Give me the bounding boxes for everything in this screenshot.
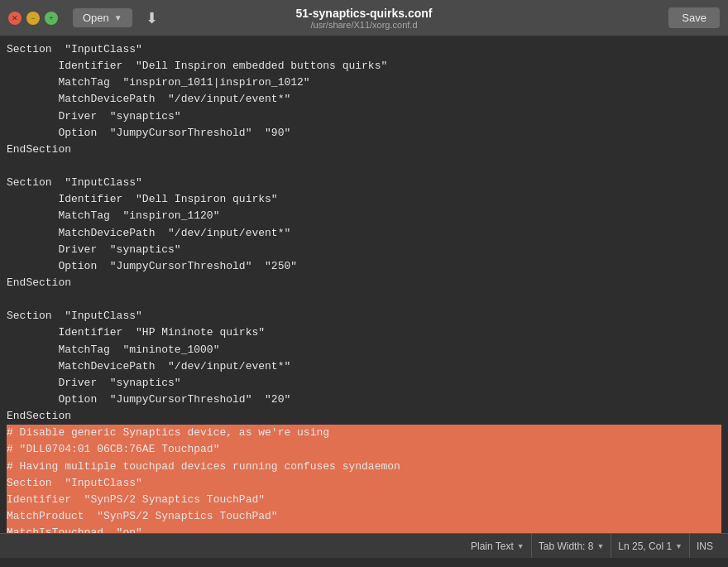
- editor-line: Identifier "Dell Inspiron embedded butto…: [7, 58, 721, 74]
- titlebar-left: ✕ − + Open ▼ ⬇: [8, 6, 165, 31]
- editor-line: Driver "synaptics": [7, 108, 721, 125]
- open-button[interactable]: Open ▼: [73, 8, 132, 27]
- editor-line: MatchDevicePath "/dev/input/event*": [7, 358, 721, 375]
- editor-line: Option "JumpyCursorThreshold" "20": [7, 392, 721, 408]
- editor-line: # "DLL0704:01 06CB:76AE Touchpad": [7, 441, 721, 458]
- position-chevron-icon: ▼: [675, 542, 682, 550]
- editor-line: Section "InputClass": [7, 41, 721, 58]
- editor-line: # Having multiple touchpad devices runni…: [7, 459, 721, 475]
- editor-line: [7, 291, 721, 308]
- editor-line: Section "InputClass": [7, 475, 721, 492]
- tab-width-chevron-icon: ▼: [596, 542, 604, 550]
- tab-width-selector[interactable]: Tab Width: 8 ▼: [532, 534, 612, 558]
- editor-line: MatchDevicePath "/dev/input/event*": [7, 225, 721, 242]
- ins-indicator: INS: [690, 534, 720, 558]
- plain-text-label: Plain Text: [471, 541, 514, 552]
- editor-line: EndSection: [7, 408, 721, 425]
- editor-line: Section "InputClass": [7, 175, 721, 191]
- plain-text-selector[interactable]: Plain Text ▼: [464, 534, 532, 558]
- editor-line: Driver "synaptics": [7, 375, 721, 392]
- save-button[interactable]: Save: [668, 7, 720, 28]
- editor-line: MatchDevicePath "/dev/input/event*": [7, 91, 721, 108]
- editor-line: Option "JumpyCursorThreshold" "250": [7, 258, 721, 275]
- titlebar: ✕ − + Open ▼ ⬇ 51-synaptics-quirks.conf …: [0, 0, 728, 36]
- ins-label: INS: [697, 541, 713, 552]
- editor-line: MatchTag "inspiron_1120": [7, 208, 721, 224]
- editor-line: Driver "synaptics": [7, 242, 721, 258]
- titlebar-center: 51-synaptics-quirks.conf /usr/share/X11/…: [296, 7, 433, 30]
- window-controls: ✕ − +: [8, 12, 58, 25]
- tab-width-label: Tab Width: 8: [539, 541, 594, 552]
- editor-line: Identifier "Dell Inspiron quirks": [7, 191, 721, 208]
- open-chevron-icon: ▼: [114, 13, 122, 22]
- editor-line: Section "InputClass": [7, 308, 721, 324]
- editor-line: MatchProduct "SynPS/2 Synaptics TouchPad…: [7, 508, 721, 525]
- statusbar: Plain Text ▼ Tab Width: 8 ▼ Ln 25, Col 1…: [0, 533, 728, 558]
- close-button[interactable]: ✕: [8, 12, 22, 25]
- plain-text-chevron-icon: ▼: [517, 542, 524, 550]
- editor-line: MatchIsTouchpad "on": [7, 525, 721, 533]
- position-label: Ln 25, Col 1: [618, 541, 672, 552]
- editor-line: MatchTag "mininote_1000": [7, 342, 721, 358]
- editor-line: # Disable generic Synaptics device, as w…: [7, 425, 721, 441]
- editor-line: MatchTag "inspiron_1011|inspiron_1012": [7, 74, 721, 91]
- editor-line: Identifier "HP Mininote quirks": [7, 324, 721, 341]
- cursor-position[interactable]: Ln 25, Col 1 ▼: [611, 534, 690, 558]
- editor-line: [7, 158, 721, 175]
- minimize-button[interactable]: −: [26, 12, 40, 25]
- editor-area[interactable]: Section "InputClass" Identifier "Dell In…: [0, 36, 728, 533]
- editor-line: Identifier "SynPS/2 Synaptics TouchPad": [7, 492, 721, 508]
- save-to-disk-button[interactable]: ⬇: [139, 6, 165, 31]
- title-filename: 51-synaptics-quirks.conf: [296, 7, 433, 20]
- editor-line: Option "JumpyCursorThreshold" "90": [7, 125, 721, 142]
- open-label: Open: [83, 12, 109, 24]
- editor-line: EndSection: [7, 275, 721, 291]
- maximize-button[interactable]: +: [45, 12, 58, 25]
- editor-line: EndSection: [7, 142, 721, 158]
- title-path: /usr/share/X11/xorg.conf.d: [296, 20, 433, 30]
